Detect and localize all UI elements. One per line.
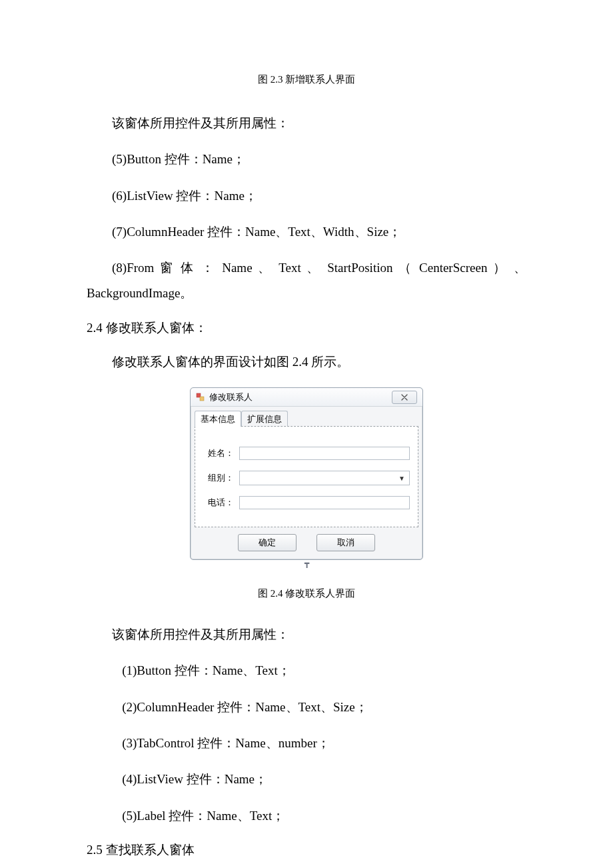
ok-button[interactable]: 确定	[238, 534, 297, 551]
tab-basic-info[interactable]: 基本信息	[195, 411, 241, 427]
paragraph: (5)Button 控件：Name；	[87, 149, 526, 170]
paragraph: (3)TabControl 控件：Name、number；	[87, 733, 526, 754]
paragraph: (4)ListView 控件：Name；	[87, 769, 526, 790]
resize-handle-icon: ┳	[190, 559, 423, 569]
tabs: 基本信息 扩展信息	[195, 411, 418, 427]
figure-2-3-caption: 图 2.3 新增联系人界面	[87, 73, 526, 86]
name-label: 姓名：	[203, 447, 234, 459]
figure-2-4-caption: 图 2.4 修改联系人界面	[87, 587, 526, 600]
svg-rect-1	[200, 397, 204, 401]
section-2-5-title: 2.5 查找联系人窗体	[87, 841, 526, 859]
tab-extended-info[interactable]: 扩展信息	[241, 411, 288, 427]
paragraph: (6)ListView 控件：Name；	[87, 185, 526, 207]
chevron-down-icon: ▼	[398, 475, 405, 482]
paragraph: (5)Label 控件：Name、Text；	[87, 805, 526, 827]
section-2-4-title: 2.4 修改联系人窗体：	[87, 319, 526, 337]
window-title: 修改联系人	[209, 391, 253, 403]
close-button[interactable]	[392, 391, 417, 404]
paragraph: 修改联系人窗体的界面设计如图 2.4 所示。	[87, 351, 526, 373]
titlebar: 修改联系人	[191, 388, 422, 407]
paragraph: BackgroundImage。	[87, 283, 526, 304]
phone-label: 电话：	[203, 497, 234, 509]
cancel-button[interactable]: 取消	[316, 534, 375, 551]
phone-input[interactable]	[239, 496, 410, 509]
name-input[interactable]	[239, 447, 410, 460]
paragraph: (7)ColumnHeader 控件：Name、Text、Width、Size；	[87, 221, 526, 243]
paragraph: (2)ColumnHeader 控件：Name、Text、Size；	[87, 697, 526, 718]
tab-panel: 姓名： 组别： ▼ 电话：	[195, 426, 418, 527]
group-combobox[interactable]: ▼	[239, 471, 410, 485]
group-label: 组别：	[203, 472, 234, 484]
edit-contact-form: 修改联系人 基本信息 扩展信息 姓名：	[190, 387, 423, 569]
app-icon	[196, 393, 205, 402]
paragraph: (1)Button 控件：Name、Text；	[87, 660, 526, 681]
paragraph: (8)From 窗 体 ： Name 、 Text 、 StartPositio…	[87, 257, 526, 279]
paragraph: 该窗体所用控件及其所用属性：	[87, 113, 526, 134]
paragraph: 该窗体所用控件及其所用属性：	[87, 624, 526, 645]
